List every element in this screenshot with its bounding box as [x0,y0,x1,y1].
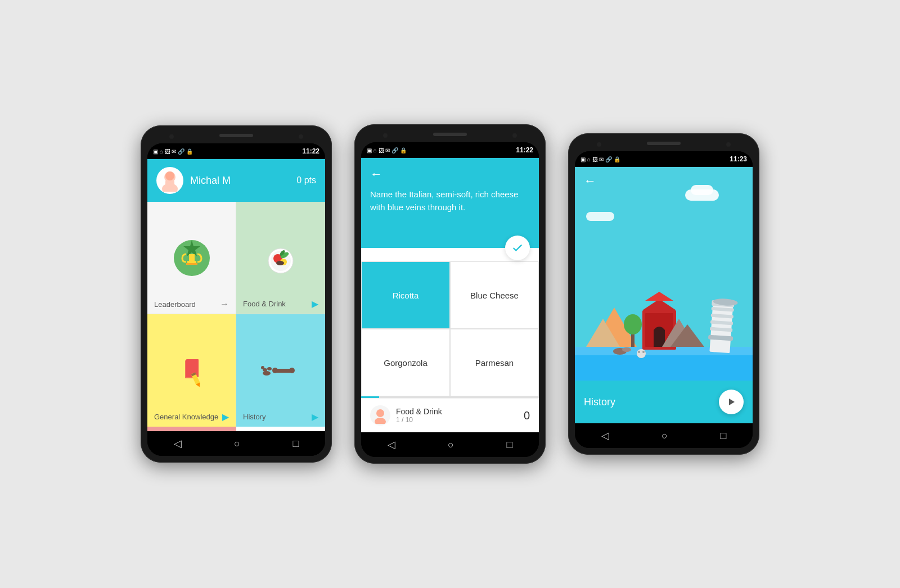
status-bar-2: ▣ ⌂ 🖼 ✉ 🔗 🔒 11:22 [361,142,539,158]
svg-point-23 [267,367,272,370]
svg-rect-8 [186,263,197,265]
svg-marker-55 [729,399,735,405]
answer-ricotta-text: Ricotta [393,291,419,300]
cloud2 [691,185,713,195]
food-arrow: ▶ [312,298,318,309]
svg-point-29 [375,418,386,424]
speaker [647,142,681,145]
history-category-label: History [584,396,615,408]
back-arrow-btn[interactable]: ← [370,167,530,182]
notification-icons-3: ▣ ⌂ 🖼 ✉ 🔗 🔒 [580,156,620,162]
check-button[interactable] [505,236,530,260]
answer-blue-cheese-text: Blue Cheese [470,291,519,300]
food-drink-label: Food & Drink ▶ [236,294,325,314]
speaker [219,134,253,137]
camera2 [512,133,517,138]
back-nav-btn-3[interactable]: ◁ [601,429,609,442]
svg-point-21 [263,371,271,376]
camera [597,142,601,147]
svg-point-35 [624,314,642,334]
answer-blue-cheese[interactable]: Blue Cheese [450,261,539,329]
home-nav-btn-3[interactable]: ○ [662,430,668,442]
camera2 [726,142,731,147]
speaker [433,133,467,136]
back-nav-btn[interactable]: ◁ [174,437,182,450]
leaderboard-cell[interactable]: Leaderboard → [147,202,236,314]
bottom-nav-2: ◁ ○ □ [361,432,539,457]
avatar [156,167,183,194]
recent-nav-btn-2[interactable]: □ [506,439,512,451]
svg-point-13 [276,261,284,265]
svg-rect-3 [165,180,174,187]
gk-label: General Knowledge ▶ [147,407,236,427]
pink-indicator-bar [147,427,236,431]
history-illustration: ← [575,167,753,381]
general-knowledge-cell[interactable]: General Knowledge ▶ [147,314,236,427]
back-nav-btn-2[interactable]: ◁ [388,438,395,451]
answer-ricotta[interactable]: Ricotta [361,261,450,329]
quiz-header: ← Name the Italian, semi-soft, rich chee… [361,158,539,248]
bottom-nav: ◁ ○ □ [147,431,325,456]
quiz-avatar [370,405,390,426]
pts-display: 0 pts [296,175,316,186]
svg-point-2 [165,171,174,180]
status-left-2: ▣ ⌂ 🖼 ✉ 🔗 🔒 [367,147,407,153]
history-footer: History [575,381,753,423]
camera2 [299,134,303,139]
svg-point-28 [376,409,384,417]
home-nav-btn[interactable]: ○ [234,438,240,450]
svg-point-51 [638,351,640,353]
answer-gorgonzola-text: Gorgonzola [384,358,428,368]
svg-point-50 [637,349,646,358]
quiz-category-info: Food & Drink 1 / 10 [396,407,518,424]
answer-parmesan[interactable]: Parmesan [450,329,539,396]
category-name: Food & Drink [396,407,518,416]
history-cell[interactable]: History ▶ [236,314,325,427]
quiz-progress-bar [361,396,539,398]
status-time-3: 11:23 [730,155,747,163]
phone1: ▣ ⌂ 🖼 ✉ 🔗 🔒 11:22 Michal M 0 pts [141,125,332,463]
status-bar: ▣ ⌂ 🖼 ✉ 🔗 🔒 11:22 [147,143,325,159]
svg-rect-7 [187,261,196,263]
recent-nav-btn-3[interactable]: □ [720,430,726,442]
cloud3 [586,212,614,221]
leaderboard-arrow: → [220,299,229,309]
status-time: 11:22 [302,147,320,155]
home-header: Michal M 0 pts [147,159,325,202]
camera [383,133,388,138]
bottom-nav-3: ◁ ○ □ [575,423,753,448]
svg-rect-6 [189,254,195,262]
notification-icons: ▣ ⌂ 🖼 ✉ 🔗 🔒 [153,148,193,155]
history-label: History ▶ [236,407,325,427]
recent-nav-btn[interactable]: □ [292,438,299,450]
category-progress: 1 / 10 [396,416,518,424]
quiz-screen: ← Name the Italian, semi-soft, rich chee… [361,158,539,432]
quiz-question-text: Name the Italian, semi-soft, rich cheese… [370,188,530,214]
answer-gorgonzola[interactable]: Gorgonzola [361,329,450,396]
home-screen: Michal M 0 pts [147,159,325,431]
svg-rect-30 [575,352,753,381]
status-time-2: 11:22 [516,146,533,154]
camera [169,134,174,139]
play-button[interactable] [719,390,744,414]
history-back-btn[interactable]: ← [584,174,596,188]
food-drink-cell[interactable]: Food & Drink ▶ [236,202,325,314]
svg-point-54 [622,347,631,352]
home-nav-btn-2[interactable]: ○ [448,439,454,451]
quiz-footer: Food & Drink 1 / 10 0 [361,398,539,432]
answers-grid: Ricotta Blue Cheese Gorgonzola Parmesan [361,261,539,396]
history-screen: ← [575,167,753,423]
answer-parmesan-text: Parmesan [475,358,514,368]
phone3: ▣ ⌂ 🖼 ✉ 🔗 🔒 11:23 ← [568,133,759,455]
phone2: ▣ ⌂ 🖼 ✉ 🔗 🔒 11:22 ← Name the Italian, se… [354,124,546,464]
svg-point-52 [642,351,645,353]
svg-point-27 [289,368,295,373]
svg-point-24 [261,366,264,369]
quiz-score: 0 [524,409,530,422]
gk-arrow: ▶ [222,411,229,422]
status-left-3: ▣ ⌂ 🖼 ✉ 🔗 🔒 [580,156,620,162]
category-grid: Leaderboard → [147,202,325,427]
status-bar-3: ▣ ⌂ 🖼 ✉ 🔗 🔒 11:23 [575,151,753,167]
svg-marker-39 [645,292,673,301]
svg-point-26 [272,368,278,373]
